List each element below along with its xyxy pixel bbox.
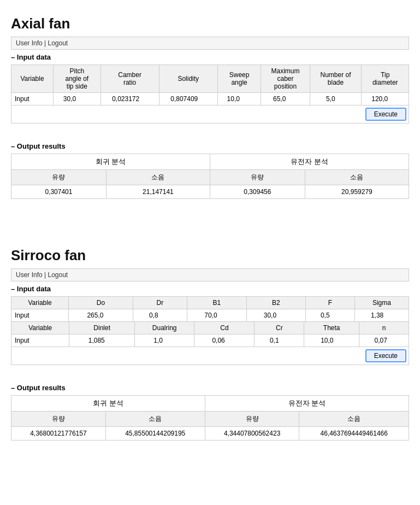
sirroco-Cr-field[interactable] (270, 337, 289, 344)
sirroco-input-row-2: Input (11, 334, 409, 347)
sirroco-Dinlet-field[interactable] (88, 337, 116, 344)
axial-maxcaber-field[interactable] (273, 95, 298, 103)
sirroco-col-Cd: Cd (194, 322, 255, 334)
axial-col-pitch-line3: tip side (67, 83, 87, 90)
sirroco-Cd-field[interactable] (212, 337, 236, 344)
axial-output-table: 회귀 분석 유전자 분석 유량 소음 유량 소음 0,307401 21,147… (11, 154, 409, 199)
sirroco-input-row-1: Input (11, 309, 409, 322)
sirroco-input-Dr[interactable] (133, 309, 187, 322)
sirroco-col-Dinlet: Dinlet (69, 322, 134, 334)
axial-col-sweep-line2: angle (231, 79, 247, 86)
axial-sweep-field[interactable] (227, 95, 252, 103)
axial-col-tipdiam-line1: Tip (381, 71, 389, 79)
axial-col-tipdiam: Tip diameter (362, 65, 409, 93)
sirroco-input-n[interactable] (359, 334, 409, 347)
axial-col-camber-line1: Camber (118, 71, 141, 79)
sirroco-output-table: 회귀 분석 유전자 분석 유량 소음 유량 소음 4,3680012177615… (11, 395, 409, 441)
axial-output-section: – Output results 회귀 분석 유전자 분석 유량 소음 유량 소… (11, 140, 409, 199)
axial-col-camber: Camber ratio (100, 65, 159, 93)
axial-col-pitch: Pitch angle of tip side (54, 65, 101, 93)
sirroco-input-F[interactable] (306, 309, 355, 322)
sirroco-execute-button[interactable]: Execute (365, 349, 406, 362)
axial-input-numblade[interactable] (310, 93, 362, 105)
sirroco-output-section: – Output results 회귀 분석 유전자 분석 유량 소음 유량 소… (11, 381, 409, 441)
axial-input-label: Input (11, 93, 54, 105)
axial-col-numblade-line1: Number of (321, 71, 351, 79)
sirroco-input-Dinlet[interactable] (69, 334, 134, 347)
sirroco-output-gen-flow-header: 유량 (205, 412, 299, 427)
sirroco-col-n: n (359, 322, 409, 334)
axial-gen-noise-value: 20,959279 (305, 185, 409, 199)
axial-col-solidity: Solidity (159, 65, 217, 93)
axial-col-tipdiam-line2: diameter (372, 79, 398, 86)
sirroco-input-label-1: Input (11, 309, 69, 322)
sirroco-input-Theta[interactable] (304, 334, 359, 347)
sirroco-input-Dualring[interactable] (134, 334, 194, 347)
sirroco-col-Dualring: Dualring (134, 322, 194, 334)
sirroco-input-Cd[interactable] (194, 334, 255, 347)
sirroco-input-B1[interactable] (187, 309, 247, 322)
sirroco-col-Sigma: Sigma (354, 297, 409, 309)
axial-fan-title: Axial fan (11, 15, 409, 32)
sirroco-input-table-1: Variable Do Dr B1 B2 F Sigma Input (11, 296, 409, 322)
axial-fan-section: Axial fan User Info | Logout – Input dat… (11, 15, 409, 199)
sirroco-Dualring-field[interactable] (153, 337, 175, 344)
sirroco-input-Cr[interactable] (255, 334, 304, 347)
sirroco-input-B2[interactable] (246, 309, 306, 322)
axial-reg-flow-value: 0,307401 (11, 185, 107, 199)
axial-solidity-field[interactable] (170, 95, 206, 103)
sirroco-col-Theta: Theta (304, 322, 359, 334)
axial-numblade-field[interactable] (326, 95, 345, 103)
sirroco-col-variable-1: Variable (11, 297, 69, 309)
sirroco-Do-field[interactable] (87, 312, 114, 319)
sirroco-Sigma-field[interactable] (371, 312, 393, 319)
axial-execute-button[interactable]: Execute (365, 108, 406, 121)
axial-col-maxcaber-line3: position (274, 83, 297, 90)
sirroco-input-Sigma[interactable] (354, 309, 409, 322)
sirroco-col-B1: B1 (187, 297, 247, 309)
axial-input-header: – Input data (11, 51, 409, 63)
sirroco-col-F: F (306, 297, 355, 309)
axial-col-maxcaber-line2: caber (277, 75, 294, 83)
axial-col-camber-line2: ratio (123, 79, 136, 86)
axial-tipdiam-field[interactable] (371, 95, 399, 103)
axial-col-pitch-line2: angle of (65, 75, 88, 83)
sirroco-B2-field[interactable] (264, 312, 288, 319)
axial-col-pitch-line1: Pitch (69, 67, 84, 75)
axial-col-sweep-line1: Sweep (229, 71, 250, 79)
axial-input-table: Variable Pitch angle of tip side Camber … (11, 64, 409, 124)
sirroco-col-B2: B2 (246, 297, 306, 309)
sirroco-output-reg-noise-header: 소음 (105, 412, 205, 427)
sirroco-col-Do: Do (69, 297, 133, 309)
axial-input-row: Input (11, 93, 409, 105)
axial-execute-row: Execute (11, 105, 409, 124)
sirroco-gen-flow-value: 4,34407800562423 (205, 427, 299, 441)
axial-input-camber[interactable] (100, 93, 159, 105)
sirroco-Dr-field[interactable] (149, 312, 171, 319)
axial-pitch-field[interactable] (63, 95, 91, 103)
sirroco-Theta-field[interactable] (321, 337, 342, 344)
sirroco-output-reg-flow-header: 유량 (11, 412, 106, 427)
sirroco-B1-field[interactable] (204, 312, 229, 319)
axial-output-gen-flow-header: 유량 (210, 170, 305, 185)
sirroco-fan-section: Sirroco fan User Info | Logout – Input d… (11, 247, 409, 441)
sirroco-input-label-2: Input (11, 334, 69, 347)
axial-camber-field[interactable] (112, 95, 147, 103)
axial-input-sweep[interactable] (217, 93, 261, 105)
sirroco-input-Do[interactable] (69, 309, 133, 322)
axial-input-solidity[interactable] (159, 93, 217, 105)
axial-input-pitch[interactable] (54, 93, 101, 105)
axial-gen-flow-value: 0,309456 (210, 185, 305, 199)
sirroco-execute-row: Execute (11, 347, 409, 365)
sirroco-n-field[interactable] (374, 337, 393, 344)
axial-output-values-row: 0,307401 21,147141 0,309456 20,959279 (11, 185, 409, 199)
sirroco-col-Cr: Cr (255, 322, 304, 334)
axial-col-maxcaber-line1: Maximum (271, 67, 300, 75)
sirroco-output-gen-noise-header: 소음 (299, 412, 409, 427)
axial-output-reg-flow-header: 유량 (11, 170, 107, 185)
sirroco-input-header: – Input data (11, 283, 409, 295)
sirroco-output-values-row: 4,36800121776157 45,85500144209195 4,344… (11, 427, 409, 441)
sirroco-F-field[interactable] (321, 312, 340, 319)
axial-input-tipdiam[interactable] (362, 93, 409, 105)
axial-input-maxcaber[interactable] (261, 93, 310, 105)
